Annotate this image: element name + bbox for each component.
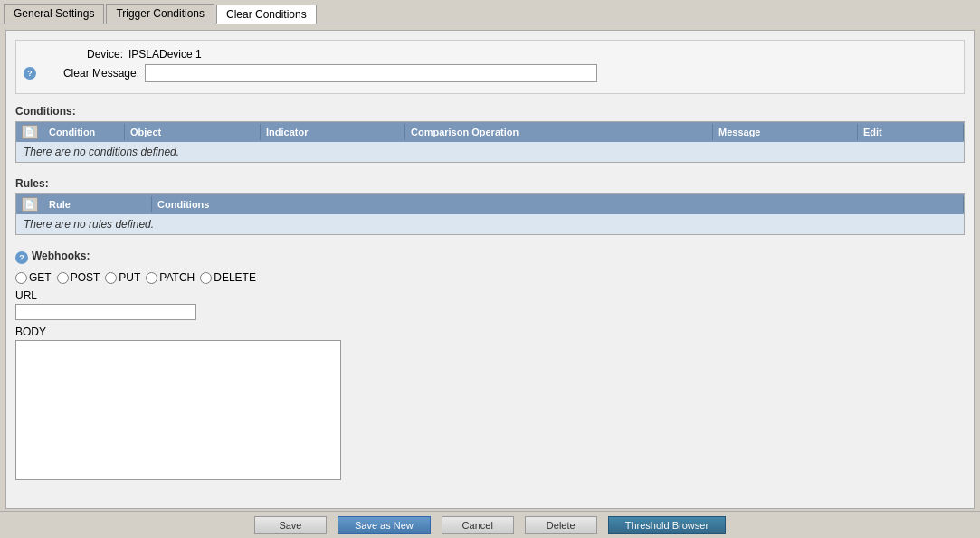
conditions-header-row: 📄 Condition Object Indicator Comparison …	[16, 122, 964, 142]
footer-bar: Save Save as New Cancel Delete Threshold…	[0, 511, 980, 538]
conditions-label: Conditions:	[15, 105, 965, 118]
tab-bar: General Settings Trigger Conditions Clea…	[0, 0, 980, 24]
rules-add-icon[interactable]: 📄	[22, 197, 38, 212]
conditions-section: Conditions: 📄 Condition Object Indicator…	[15, 105, 965, 163]
rules-header-row: 📄 Rule Conditions	[16, 194, 964, 214]
device-info-panel: Device: IPSLADevice 1 ? Clear Message:	[15, 40, 965, 94]
rules-col-conditions: Conditions	[152, 196, 964, 212]
device-label: Device:	[24, 48, 123, 61]
rules-label: Rules:	[15, 177, 965, 190]
webhook-methods-row: GET POST PUT PATCH DELETE	[15, 271, 965, 284]
rules-col-rule: Rule	[43, 196, 152, 212]
cancel-button[interactable]: Cancel	[442, 516, 514, 534]
save-button[interactable]: Save	[254, 516, 327, 534]
delete-button[interactable]: Delete	[525, 516, 597, 534]
method-delete[interactable]: DELETE	[200, 271, 256, 284]
method-patch-radio[interactable]	[146, 272, 157, 284]
rules-empty-row: There are no rules defined.	[16, 214, 964, 234]
save-as-new-button[interactable]: Save as New	[338, 516, 431, 534]
conditions-col-object: Object	[125, 124, 261, 140]
url-label: URL	[15, 289, 965, 302]
body-area: BODY	[15, 326, 965, 483]
clear-message-input[interactable]	[145, 64, 597, 82]
rules-section: Rules: 📄 Rule Conditions There are no ru…	[15, 177, 965, 235]
tab-clear[interactable]: Clear Conditions	[216, 5, 317, 24]
method-post-radio[interactable]	[57, 272, 69, 284]
clear-message-help-icon[interactable]: ?	[24, 67, 36, 80]
conditions-col-edit: Edit	[858, 124, 964, 140]
conditions-add-cell: 📄	[16, 122, 43, 142]
tab-trigger[interactable]: Trigger Conditions	[106, 4, 214, 24]
webhooks-label: Webhooks:	[32, 250, 90, 262]
method-get-radio[interactable]	[15, 272, 27, 284]
main-content: Device: IPSLADevice 1 ? Clear Message: C…	[5, 30, 975, 509]
tab-general[interactable]: General Settings	[4, 4, 104, 24]
conditions-col-message: Message	[713, 124, 858, 140]
webhooks-help-icon[interactable]: ?	[15, 251, 28, 264]
device-value: IPSLADevice 1	[128, 48, 202, 61]
method-delete-radio[interactable]	[200, 272, 212, 284]
conditions-col-indicator: Indicator	[261, 124, 405, 140]
webhooks-section: ? Webhooks: GET POST PUT PATCH DELETE UR…	[15, 250, 965, 483]
threshold-browser-button[interactable]: Threshold Browser	[608, 516, 726, 534]
body-label: BODY	[15, 326, 965, 338]
method-put[interactable]: PUT	[105, 271, 140, 284]
clear-message-label: Clear Message:	[40, 67, 139, 80]
webhooks-header: ? Webhooks:	[15, 250, 965, 266]
method-get[interactable]: GET	[15, 271, 52, 284]
method-put-radio[interactable]	[105, 272, 117, 284]
rules-add-cell: 📄	[16, 194, 43, 214]
conditions-empty-row: There are no conditions defined.	[16, 142, 964, 162]
body-textarea[interactable]	[15, 340, 341, 480]
conditions-col-comparison: Comparison Operation	[405, 124, 713, 140]
conditions-table: 📄 Condition Object Indicator Comparison …	[15, 121, 965, 163]
method-patch[interactable]: PATCH	[146, 271, 195, 284]
conditions-add-icon[interactable]: 📄	[22, 125, 38, 139]
conditions-col-condition: Condition	[43, 124, 125, 140]
url-row: URL	[15, 289, 965, 320]
method-post[interactable]: POST	[57, 271, 100, 284]
rules-table: 📄 Rule Conditions There are no rules def…	[15, 193, 965, 235]
url-input[interactable]	[15, 304, 196, 320]
